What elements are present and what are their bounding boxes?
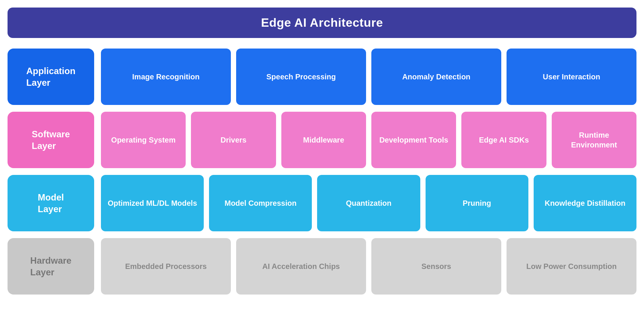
card-software-3[interactable]: Development Tools bbox=[371, 112, 456, 168]
card-model-4[interactable]: Knowledge Distillation bbox=[534, 175, 636, 231]
cards-row-model: Optimized ML/DL ModelsModel CompressionQ… bbox=[101, 175, 636, 231]
card-text-software-5: Runtime Environment bbox=[557, 130, 631, 150]
layer-label-text-model: ModelLayer bbox=[38, 191, 64, 215]
card-hardware-1[interactable]: AI Acceleration Chips bbox=[236, 238, 366, 295]
card-software-5[interactable]: Runtime Environment bbox=[552, 112, 636, 168]
layer-section-hardware: HardwareLayerEmbedded ProcessorsAI Accel… bbox=[8, 238, 636, 295]
card-hardware-0[interactable]: Embedded Processors bbox=[101, 238, 231, 295]
layer-label-text-software: SoftwareLayer bbox=[32, 128, 70, 152]
card-text-software-1: Drivers bbox=[221, 135, 247, 145]
card-text-application-3: User Interaction bbox=[543, 72, 600, 82]
card-model-2[interactable]: Quantization bbox=[317, 175, 420, 231]
layers-container: ApplicationLayerImage RecognitionSpeech … bbox=[8, 49, 636, 295]
card-text-hardware-3: Low Power Consumption bbox=[526, 261, 617, 271]
layer-section-application: ApplicationLayerImage RecognitionSpeech … bbox=[8, 49, 636, 105]
header-banner: Edge AI Architecture bbox=[8, 8, 636, 38]
card-text-software-3: Development Tools bbox=[379, 135, 448, 145]
card-hardware-3[interactable]: Low Power Consumption bbox=[507, 238, 636, 295]
page-wrapper: Edge AI Architecture ApplicationLayerIma… bbox=[8, 8, 636, 295]
card-text-hardware-2: Sensors bbox=[421, 261, 451, 271]
cards-row-application: Image RecognitionSpeech ProcessingAnomal… bbox=[101, 49, 636, 105]
card-text-software-2: Middleware bbox=[303, 135, 344, 145]
page-title: Edge AI Architecture bbox=[23, 16, 621, 30]
card-model-0[interactable]: Optimized ML/DL Models bbox=[101, 175, 204, 231]
card-application-1[interactable]: Speech Processing bbox=[236, 49, 366, 105]
card-text-application-0: Image Recognition bbox=[132, 72, 200, 82]
layer-label-text-hardware: HardwareLayer bbox=[30, 255, 71, 278]
layer-label-model: ModelLayer bbox=[8, 175, 94, 231]
card-text-model-2: Quantization bbox=[346, 198, 391, 208]
card-model-3[interactable]: Pruning bbox=[426, 175, 528, 231]
layer-label-text-application: ApplicationLayer bbox=[26, 65, 76, 88]
card-software-2[interactable]: Middleware bbox=[281, 112, 366, 168]
card-model-1[interactable]: Model Compression bbox=[209, 175, 312, 231]
card-application-2[interactable]: Anomaly Detection bbox=[371, 49, 501, 105]
card-text-model-0: Optimized ML/DL Models bbox=[108, 198, 197, 208]
cards-row-software: Operating SystemDriversMiddlewareDevelop… bbox=[101, 112, 636, 168]
card-application-3[interactable]: User Interaction bbox=[507, 49, 636, 105]
layer-section-software: SoftwareLayerOperating SystemDriversMidd… bbox=[8, 112, 636, 168]
layer-label-software: SoftwareLayer bbox=[8, 112, 94, 168]
card-text-hardware-0: Embedded Processors bbox=[125, 261, 207, 271]
card-text-software-0: Operating System bbox=[111, 135, 175, 145]
card-software-1[interactable]: Drivers bbox=[191, 112, 276, 168]
card-hardware-2[interactable]: Sensors bbox=[371, 238, 501, 295]
card-text-software-4: Edge AI SDKs bbox=[479, 135, 529, 145]
layer-label-hardware: HardwareLayer bbox=[8, 238, 94, 295]
card-text-application-1: Speech Processing bbox=[266, 72, 336, 82]
card-text-application-2: Anomaly Detection bbox=[402, 72, 470, 82]
card-text-model-1: Model Compression bbox=[224, 198, 296, 208]
layer-label-application: ApplicationLayer bbox=[8, 49, 94, 105]
cards-row-hardware: Embedded ProcessorsAI Acceleration Chips… bbox=[101, 238, 636, 295]
card-text-model-3: Pruning bbox=[462, 198, 491, 208]
card-text-model-4: Knowledge Distillation bbox=[545, 198, 625, 208]
card-software-0[interactable]: Operating System bbox=[101, 112, 186, 168]
card-text-hardware-1: AI Acceleration Chips bbox=[262, 261, 340, 271]
card-software-4[interactable]: Edge AI SDKs bbox=[461, 112, 546, 168]
card-application-0[interactable]: Image Recognition bbox=[101, 49, 231, 105]
layer-section-model: ModelLayerOptimized ML/DL ModelsModel Co… bbox=[8, 175, 636, 231]
